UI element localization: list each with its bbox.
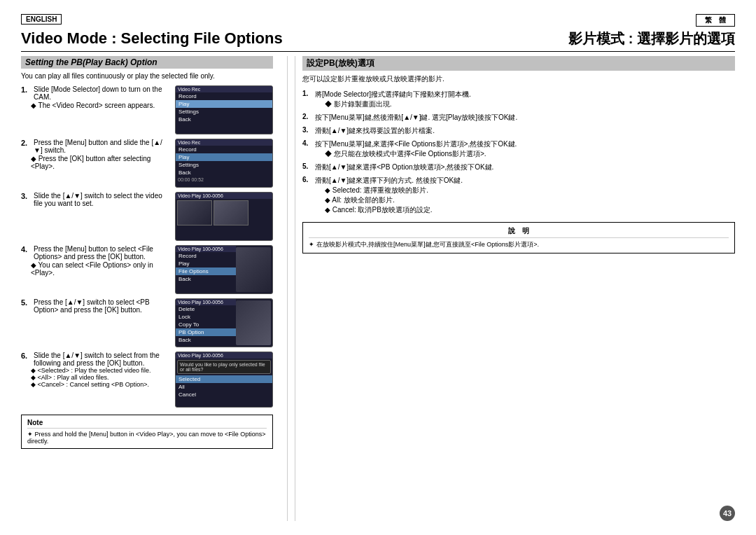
zh-step-num-2: 2. [302, 113, 312, 120]
step-5: 5. Press the [▲/▼] switch to select <PB … [21, 298, 273, 347]
steps-container-en: 1. Slide [Mode Selector] down to turn on… [21, 85, 273, 408]
zh-step-sub-4: 您只能在放映模式中選擇<File Options影片選項>. [325, 149, 517, 159]
intro-text-en: You can play all files continuously or p… [21, 72, 273, 80]
screen-1: Video Rec Record Play Settings Back [175, 85, 273, 134]
note-title-zh: 說 明 [309, 226, 729, 238]
screen-6: Video Play 100-0056 Would you like to pl… [175, 352, 273, 408]
zh-step-sub-6c: Cancel: 取消PB放映選項的設定. [325, 205, 463, 215]
zh-step-text-1: 將[Mode Selector]撥式選擇鍵向下撥動來打開本機. [315, 90, 471, 99]
step-num-1: 1. [21, 85, 31, 94]
zh-step-num-1: 1. [302, 90, 312, 97]
title-chinese: 影片模式 : 選擇影片的選項 [568, 29, 735, 48]
step-num-6: 6. [21, 352, 31, 360]
step-num-4: 4. [21, 245, 31, 253]
step-num-2: 2. [21, 139, 31, 147]
note-text-en: Press and hold the [Menu] button in <Vid… [27, 431, 267, 445]
right-column: 設定PB(放映)選項 您可以設定影片重複放映或只放映選擇的影片. 1. 將[Mo… [295, 56, 735, 521]
zh-step-num-4: 4. [302, 139, 312, 147]
step-3: 3. Slide the [▲/▼] switch to select the … [21, 192, 273, 241]
main-title-row: Video Mode : Selecting File Options 影片模式… [21, 29, 735, 52]
step-sub-2: Press the [OK] button after selecting <P… [31, 155, 167, 170]
chinese-badge: 繁 體 [696, 14, 735, 27]
section-header-en: Setting the PB(Play Back) Option [21, 56, 273, 69]
note-box-en: Note Press and hold the [Menu] button in… [21, 415, 273, 449]
screen-5: Video Play 100-0056 Delete Lock Copy To … [175, 298, 273, 347]
zh-step-text-5: 滑動[▲/▼]鍵來選擇<PB Option放映選項>,然後按下OK鍵. [315, 162, 493, 172]
step-text-6: Slide the [▲/▼] switch to select from th… [34, 352, 167, 367]
left-column: Setting the PB(Play Back) Option You can… [21, 56, 280, 521]
note-text-zh: 在放映影片模式中,持續按住[Menu菜單]鍵,您可直接跳至<File Optio… [309, 240, 729, 249]
step-text-4: Press the [Menu] button to select <File … [34, 245, 167, 260]
zh-step-text-3: 滑動[▲/▼]鍵來找尋要設置的影片檔案. [315, 126, 435, 136]
zh-step-sub-6a: Selected: 選擇重複放映的影片. [325, 186, 463, 195]
zh-steps: 1. 將[Mode Selector]撥式選擇鍵向下撥動來打開本機. 影片錄製畫… [302, 90, 735, 215]
english-badge: ENGLISH [21, 14, 62, 25]
screen-3: Video Play 100-0056 [175, 192, 273, 241]
zh-step-3: 3. 滑動[▲/▼]鍵來找尋要設置的影片檔案. [302, 126, 735, 136]
note-box-zh: 說 明 在放映影片模式中,持續按住[Menu菜單]鍵,您可直接跳至<File O… [302, 222, 735, 253]
zh-step-1: 1. 將[Mode Selector]撥式選擇鍵向下撥動來打開本機. 影片錄製畫… [302, 90, 735, 109]
step-text-2: Press the [Menu] button and slide the [▲… [34, 139, 167, 154]
section-header-zh: 設定PB(放映)選項 [302, 56, 735, 71]
step-num-3: 3. [21, 192, 31, 200]
zh-step-6: 6. 滑動[▲/▼]鍵來選擇下列的方式. 然後按下OK鍵. Selected: … [302, 176, 735, 215]
zh-step-2: 2. 按下[Menu菜單]鍵,然後滑動[▲/▼]鍵. 選完[Play放映]後按下… [302, 113, 735, 123]
step-1: 1. Slide [Mode Selector] down to turn on… [21, 85, 273, 134]
zh-step-num-3: 3. [302, 126, 312, 134]
step-text-1: Slide [Mode Selector] down to turn on th… [34, 85, 167, 101]
step-text-5: Press the [▲/▼] switch to select <PB Opt… [34, 298, 167, 314]
zh-step-sub-6b: All: 放映全部的影片. [325, 195, 463, 205]
zh-step-4: 4. 按下[Menu菜單]鍵,來選擇<File Options影片選項>,然後按… [302, 139, 735, 159]
zh-step-num-6: 6. [302, 176, 312, 183]
title-english: Video Mode : Selecting File Options [21, 29, 283, 48]
zh-step-num-5: 5. [302, 162, 312, 170]
zh-step-sub-1: 影片錄製畫面出現. [325, 99, 471, 109]
step-sub-4: You can select <File Options> only in <P… [31, 261, 167, 277]
screen-4: Video Play 100-0056 Record Play File Opt… [175, 245, 273, 294]
zh-step-5: 5. 滑動[▲/▼]鍵來選擇<PB Option放映選項>,然後按下OK鍵. [302, 162, 735, 172]
column-divider [287, 56, 288, 521]
page-number: 43 [720, 506, 735, 521]
intro-text-zh: 您可以設定影片重複放映或只放映選擇的影片. [302, 74, 735, 84]
zh-step-text-6: 滑動[▲/▼]鍵來選擇下列的方式. 然後按下OK鍵. [315, 176, 463, 186]
step-num-5: 5. [21, 298, 31, 307]
step-sub-1: The <Video Record> screen appears. [31, 102, 167, 109]
zh-step-text-2: 按下[Menu菜單]鍵,然後滑動[▲/▼]鍵. 選完[Play放映]後按下OK鍵… [315, 113, 517, 123]
note-title-en: Note [27, 419, 267, 429]
screen-2: Video Rec Record Play Settings Back 00:0… [175, 139, 273, 188]
step-text-3: Slide the [▲/▼] switch to select the vid… [34, 192, 167, 207]
step-4: 4. Press the [Menu] button to select <Fi… [21, 245, 273, 294]
step-6: 6. Slide the [▲/▼] switch to select from… [21, 352, 273, 408]
step-2: 2. Press the [Menu] button and slide the… [21, 139, 273, 188]
zh-step-text-4: 按下[Menu菜單]鍵,來選擇<File Options影片選項>,然後按下OK… [315, 139, 517, 149]
